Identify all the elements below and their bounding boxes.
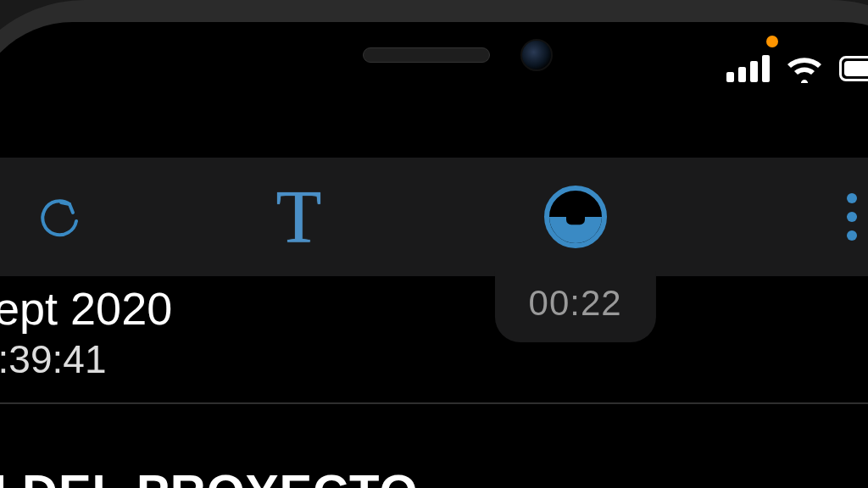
speaker-grille: [363, 47, 490, 63]
microphone-indicator-icon: [766, 36, 778, 47]
more-options-button[interactable]: [814, 183, 868, 251]
battery-icon: [839, 56, 868, 81]
device-notch: [237, 22, 678, 88]
record-stop-icon: [544, 186, 607, 248]
note-content: sept 2020 9:39:41 N DEL PROYECTO: [0, 285, 868, 488]
note-metadata: sept 2020 9:39:41: [0, 285, 868, 404]
note-time: 9:39:41: [0, 336, 868, 382]
text-tool-button[interactable]: T: [260, 183, 337, 251]
note-title[interactable]: N DEL PROYECTO: [0, 463, 868, 488]
status-bar: [726, 54, 868, 83]
cellular-signal-icon: [726, 55, 770, 82]
recording-control[interactable]: 00:22: [499, 158, 652, 276]
wifi-icon: [785, 54, 824, 83]
app-toolbar: T 00:22: [0, 158, 868, 276]
front-camera: [520, 39, 553, 71]
undo-button[interactable]: [22, 183, 98, 251]
phone-frame: T 00:22 sept 2020 9:39:41 N DEL PROYECTO: [0, 0, 868, 488]
note-date: sept 2020: [0, 285, 868, 333]
phone-screen: T 00:22 sept 2020 9:39:41 N DEL PROYECTO: [0, 22, 868, 488]
